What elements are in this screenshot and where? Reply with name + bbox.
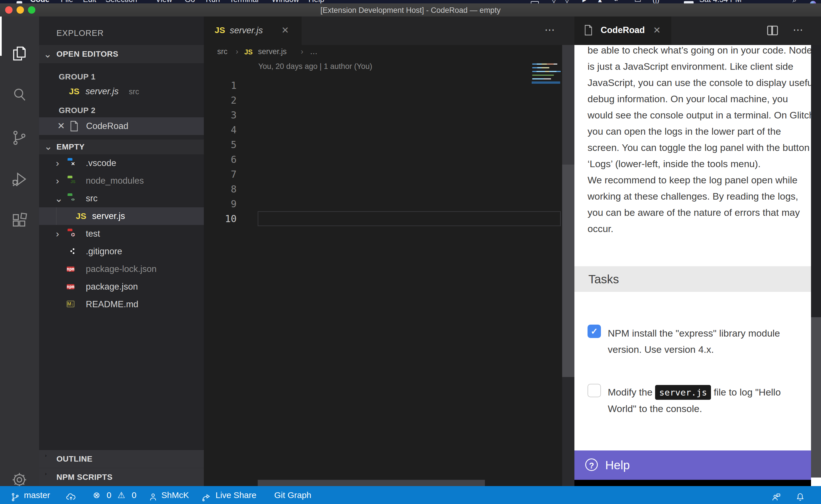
tutorial-text-line: working at these challenges. By reading … <box>587 188 807 204</box>
publish-changes-icon[interactable] <box>66 486 76 504</box>
breadcrumb-folder[interactable]: src <box>217 47 228 56</box>
warnings-icon[interactable]: ⚠ <box>117 486 125 504</box>
feedback-icon[interactable] <box>771 486 781 504</box>
npm-scripts-section-header[interactable]: › NPM SCRIPTS <box>39 468 204 486</box>
code-line-9[interactable]: module.exports = server; <box>258 196 561 211</box>
webview-more-actions-button[interactable]: ⋯ <box>793 24 804 36</box>
tree-item-node-modules[interactable]: › JS node_modules <box>39 172 204 190</box>
open-editors-header[interactable]: ⌄ OPEN EDITORS <box>39 45 204 63</box>
workspace-folder-label: EMPTY <box>56 142 85 151</box>
menubar-display-icon[interactable] <box>531 1 539 3</box>
menu-item-selection[interactable]: Selection <box>105 0 137 3</box>
code-line-7[interactable]: // -- DO NOT EDIT BELOW THIS LINE <box>258 167 561 182</box>
live-share-account-icon[interactable] <box>148 486 158 504</box>
webview-scrollbar-thumb[interactable] <box>811 317 821 478</box>
folder-section-header[interactable]: ⌄ EMPTY <box>39 140 204 154</box>
minimap[interactable] <box>532 62 562 96</box>
apple-menu-icon[interactable] <box>17 1 22 3</box>
tree-item-vscode[interactable]: › ✕ .vscode <box>39 154 204 172</box>
tutorial-text-line: debug information. On your local machine… <box>587 91 807 107</box>
menubar-mic-icon[interactable]: ⌁ <box>613 0 618 3</box>
close-icon[interactable]: ✕ <box>57 120 65 131</box>
file-icon <box>69 120 79 133</box>
open-editor-item-serverjs[interactable]: JS server.js src <box>39 83 204 100</box>
menu-item-go[interactable]: Go <box>185 0 195 3</box>
editor-tab-bar: JS server.js ✕ ⋯ <box>204 17 574 45</box>
editor-more-actions-button[interactable]: ⋯ <box>544 24 555 36</box>
breadcrumb[interactable]: src › JS server.js › … <box>204 45 574 60</box>
tree-item-readme[interactable]: M↓ README.md <box>39 296 204 313</box>
tab-coderoad[interactable]: CodeRoad ✕ <box>574 17 671 45</box>
menubar-battery-icon[interactable]: ▭ <box>634 0 642 3</box>
chevron-right-icon: › <box>56 228 59 239</box>
menu-item-terminal[interactable]: Terminal <box>230 0 259 3</box>
live-share-button[interactable]: Live Share <box>216 486 256 504</box>
menu-item-window[interactable]: Window <box>272 0 299 3</box>
breadcrumb-separator: › <box>236 47 238 56</box>
tutorial-text: be able to check what’s going on in your… <box>587 45 807 237</box>
help-section-header[interactable]: ? Help <box>574 450 811 480</box>
live-share-account-name[interactable]: ShMcK <box>161 486 189 504</box>
close-tab-icon[interactable]: ✕ <box>281 25 289 36</box>
menubar-play-icon[interactable]: ▸ <box>582 0 586 3</box>
editor-scrollbar-thumb[interactable] <box>562 165 574 377</box>
tree-item-src[interactable]: ⌄ ‹› src <box>39 190 204 207</box>
menubar-shield-icon[interactable]: ▽ <box>551 0 557 3</box>
sidebar-title: EXPLORER <box>56 28 104 38</box>
extensions-icon[interactable] <box>11 212 28 229</box>
tutorial-text-line: would see the console output in a termin… <box>587 107 807 123</box>
line-number: 7 <box>204 167 237 182</box>
split-editor-icon[interactable] <box>766 24 779 38</box>
run-and-debug-icon[interactable] <box>11 171 28 188</box>
menu-item-view[interactable]: View <box>156 0 172 3</box>
menu-item-edit[interactable]: Edit <box>83 0 96 3</box>
codelens-annotation[interactable]: You, 20 days ago | 1 author (You) <box>258 62 372 71</box>
code-line-5[interactable]: const server = app.listen(process.env.PO… <box>258 137 561 152</box>
tutorial-text-line: is just a JavaScript environment. Like c… <box>587 58 807 75</box>
git-branch-name[interactable]: master <box>24 486 50 504</box>
task1-checkbox[interactable]: ✓ <box>587 325 601 338</box>
errors-icon[interactable]: ⊗ <box>93 486 100 504</box>
siri-icon[interactable] <box>810 1 816 3</box>
tree-item-gitignore[interactable]: .gitignore <box>39 243 204 260</box>
menubar-triangle-icon[interactable]: ▴ <box>598 0 602 3</box>
outline-section-header[interactable]: › OUTLINE <box>39 450 204 468</box>
menu-item-help[interactable]: Help <box>309 0 324 3</box>
editor-group2-label: GROUP 2 <box>59 106 95 115</box>
tree-item-package-lock[interactable]: npm package-lock.json <box>39 260 204 278</box>
code-line-1[interactable]: const express = require("express"); <box>258 78 561 93</box>
tab-label: CodeRoad <box>600 25 645 35</box>
errors-count[interactable]: 0 <box>107 486 111 504</box>
menu-item-file[interactable]: File <box>61 0 73 3</box>
git-graph-button[interactable]: Git Graph <box>274 486 311 504</box>
close-tab-icon[interactable]: ✕ <box>653 25 661 36</box>
tab-label: server.js <box>230 25 263 36</box>
tree-item-package-json[interactable]: npm package.json <box>39 278 204 296</box>
window-title-bar: [Extension Development Host] - CodeRoad … <box>0 3 821 17</box>
source-control-icon[interactable] <box>11 129 28 146</box>
breadcrumb-symbol[interactable]: … <box>310 47 318 56</box>
inline-code-chip: server.js <box>655 385 711 400</box>
open-editor-item-coderoad[interactable]: ✕ CodeRoad <box>39 117 204 135</box>
menubar-clock: Sat 4:54 PM <box>699 0 742 3</box>
tab-serverjs[interactable]: JS server.js ✕ <box>204 17 302 45</box>
notifications-bell-icon[interactable] <box>795 486 805 504</box>
menu-item-code[interactable]: Code <box>30 0 50 3</box>
tree-item-test[interactable]: › ⌬ test <box>39 225 204 243</box>
code-line-3[interactable]: const app = express(); <box>258 108 561 122</box>
search-icon[interactable] <box>11 86 28 103</box>
help-label: Help <box>605 450 630 480</box>
live-share-icon[interactable] <box>201 486 211 504</box>
warnings-count[interactable]: 0 <box>132 486 136 504</box>
explorer-icon[interactable] <box>11 45 28 62</box>
breadcrumb-file[interactable]: server.js <box>258 47 287 56</box>
task2-checkbox[interactable] <box>587 384 601 397</box>
git-branch-button[interactable] <box>10 486 20 504</box>
menu-item-run[interactable]: Run <box>206 0 220 3</box>
menubar-shield2-icon[interactable]: ▽ <box>564 0 570 3</box>
editor-horizontal-scrollbar-thumb[interactable] <box>258 480 485 486</box>
settings-gear-icon[interactable] <box>11 471 28 488</box>
tree-item-serverjs-selected[interactable]: JS server.js <box>39 207 204 225</box>
menubar-wifi-icon[interactable]: (|) <box>653 0 659 3</box>
menubar-search-icon[interactable]: ⌕ <box>793 0 797 3</box>
